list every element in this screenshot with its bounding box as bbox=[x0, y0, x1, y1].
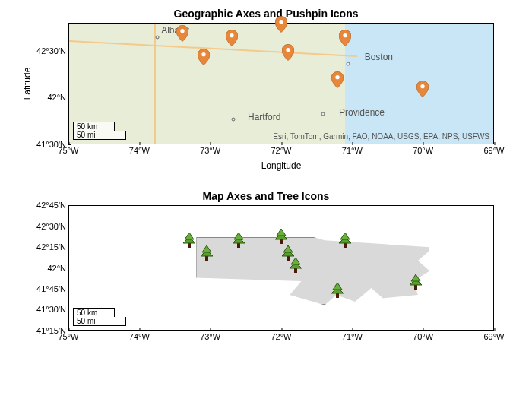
city-dot-providence bbox=[321, 112, 325, 116]
chart-geographic-axes: Geographic Axes and Pushpin Icons Latitu… bbox=[8, 8, 524, 171]
svg-point-6 bbox=[336, 75, 340, 79]
tree-icon bbox=[198, 242, 216, 261]
chart-title: Geographic Axes and Pushpin Icons bbox=[8, 8, 524, 20]
city-label-boston: Boston bbox=[365, 52, 393, 62]
x-axis: 75°W 74°W 73°W 72°W 71°W 70°W 69°W bbox=[68, 331, 494, 357]
pushpin-icon bbox=[176, 25, 188, 42]
svg-marker-10 bbox=[185, 233, 194, 239]
city-label-providence: Providence bbox=[339, 107, 385, 118]
map-road bbox=[154, 24, 156, 144]
scale-bar: 50 km 50 mi bbox=[73, 122, 126, 140]
city-dot-boston bbox=[347, 62, 350, 66]
svg-rect-11 bbox=[205, 256, 208, 261]
map-attribution: Esri, TomTom, Garmin, FAO, NOAA, USGS, E… bbox=[273, 132, 489, 141]
tree-icon bbox=[336, 230, 354, 248]
x-axis-label: Longitude bbox=[261, 160, 302, 171]
tree-icon bbox=[328, 280, 347, 298]
x-axis: 75°W 74°W 73°W 72°W 71°W 70°W 69°W Longi… bbox=[68, 144, 494, 171]
pushpin-icon bbox=[198, 49, 210, 65]
pushpin-icon bbox=[226, 30, 238, 46]
pushpin-icon bbox=[331, 71, 344, 88]
svg-marker-31 bbox=[333, 283, 342, 290]
svg-point-1 bbox=[201, 52, 205, 56]
svg-marker-25 bbox=[291, 258, 300, 264]
svg-point-5 bbox=[343, 33, 347, 37]
scale-bar: 50 km 50 mi bbox=[73, 308, 126, 326]
city-label-hartford: Hartford bbox=[248, 112, 280, 122]
pushpin-icon bbox=[275, 16, 287, 33]
svg-rect-32 bbox=[414, 285, 417, 290]
svg-marker-19 bbox=[277, 229, 286, 236]
tree-icon bbox=[230, 230, 248, 248]
svg-point-0 bbox=[180, 29, 184, 33]
svg-marker-22 bbox=[283, 245, 293, 252]
city-dot-hartford bbox=[231, 118, 235, 122]
plot-area[interactable]: 50 km 50 mi bbox=[68, 205, 494, 331]
svg-rect-23 bbox=[294, 268, 297, 273]
tree-icon bbox=[180, 230, 198, 248]
svg-point-3 bbox=[279, 20, 283, 24]
pushpin-icon bbox=[339, 30, 351, 46]
y-axis-label: Latitude bbox=[22, 68, 33, 100]
svg-rect-8 bbox=[188, 243, 191, 248]
chart-title: Map Axes and Tree Icons bbox=[8, 190, 524, 202]
pushpin-icon bbox=[282, 44, 294, 61]
svg-marker-16 bbox=[234, 233, 243, 239]
city-dot-albany bbox=[156, 36, 160, 40]
svg-point-4 bbox=[287, 48, 290, 52]
svg-marker-13 bbox=[202, 245, 211, 252]
y-axis: 42°45'N 42°30'N 42°15'N 42°N 41°45'N 41°… bbox=[8, 205, 68, 331]
svg-point-7 bbox=[420, 84, 424, 88]
tree-icon bbox=[272, 226, 290, 244]
svg-rect-26 bbox=[344, 243, 347, 248]
plot-area[interactable]: Albany Boston Hartford Providence Esri, … bbox=[68, 23, 494, 144]
pushpin-icon bbox=[416, 81, 429, 97]
chart-map-axes: Map Axes and Tree Icons 42°45'N 42°30'N … bbox=[8, 190, 524, 357]
svg-rect-29 bbox=[336, 293, 339, 298]
svg-point-2 bbox=[230, 33, 233, 37]
svg-marker-34 bbox=[411, 274, 420, 281]
tree-icon bbox=[287, 255, 305, 273]
y-axis: Latitude 42°30'N 42°N 41°30'N bbox=[8, 23, 68, 144]
tree-icon bbox=[407, 271, 425, 290]
svg-marker-28 bbox=[340, 233, 350, 239]
svg-rect-14 bbox=[237, 243, 240, 248]
